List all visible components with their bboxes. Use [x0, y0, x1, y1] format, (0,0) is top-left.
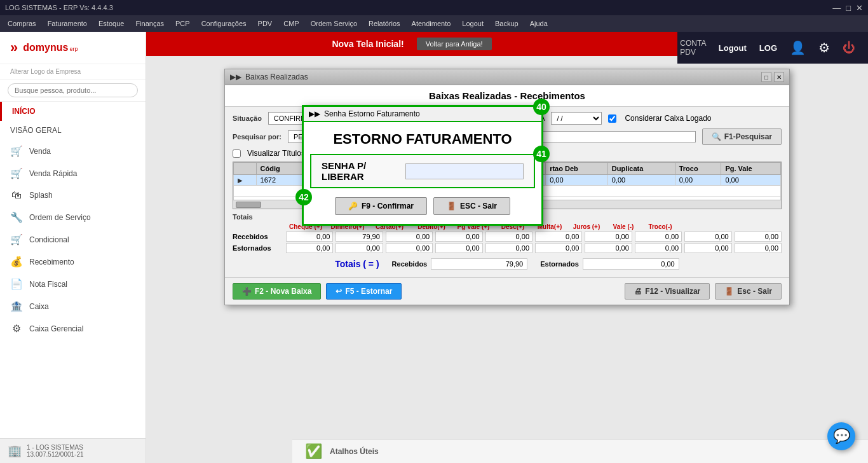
condicional-label: Condicional	[29, 235, 69, 244]
estornar-btn[interactable]: ↩ F5 - Estornar	[326, 283, 402, 300]
menu-cmp[interactable]: CMP	[278, 18, 304, 29]
password-input[interactable]	[405, 163, 524, 179]
estornados-sum-item: Estornados	[540, 258, 679, 270]
th-troco: Troco	[675, 163, 721, 175]
caixa-icon: 🏦	[10, 300, 23, 312]
search-icon: 🔍	[712, 132, 721, 141]
sidebar-footer: 🏢 1 - LOG SISTEMAS 13.007.512/0001-21	[0, 438, 146, 463]
window-main-title: Baixas Realizadas - Recebimentos	[429, 90, 585, 101]
menu-pcp[interactable]: PCP	[170, 18, 195, 29]
venda-icon: 🛒	[10, 145, 23, 157]
sidebar-company[interactable]: Alterar Logo da Empresa	[0, 64, 146, 79]
menu-backup[interactable]: Backup	[490, 18, 524, 29]
menu-faturamento[interactable]: Faturamento	[43, 18, 92, 29]
sidebar-item-visao-geral[interactable]: VISÃO GERAL	[0, 121, 146, 140]
window-title-text: ▶▶ Baixas Realizadas	[230, 73, 308, 81]
step-badge-40: 40	[533, 99, 550, 115]
footer-company-name: 1 - LOG SISTEMAS	[27, 444, 84, 451]
rec-pg-vale	[485, 232, 532, 242]
sidebar-logo: » domynus erp	[0, 32, 146, 64]
venda-rapida-icon: 🛒	[10, 167, 23, 179]
window-header: Baixas Realizadas - Recebimentos	[225, 85, 789, 107]
f1-pesquisar-btn[interactable]: 🔍 F1-Pesquisar	[702, 128, 782, 145]
scrollbar-thumb[interactable]	[236, 202, 261, 208]
menu-ordem-servico[interactable]: Ordem Serviço	[306, 18, 362, 29]
user-icon: 👤	[790, 40, 806, 55]
td-troco: 0,00	[675, 175, 721, 186]
logout-link[interactable]: Logout	[719, 43, 747, 53]
menu-relatorios[interactable]: Relatórios	[363, 18, 405, 29]
menu-logout[interactable]: Logout	[457, 18, 489, 29]
app-title: LOG SISTEMAS - ERP Vs: 4.4.4.3	[5, 4, 113, 11]
recebidos-row: Recebidos	[233, 232, 782, 242]
user-label: LOG	[759, 43, 777, 53]
password-section: 41 SENHA P/ LIBERAR	[304, 154, 541, 188]
key-icon: 🔑	[348, 202, 358, 211]
top-banner: Nova Tela Inicial! Voltar para Antiga!	[146, 32, 677, 56]
window-control-buttons: □ ✕	[761, 72, 784, 82]
sidebar-item-inicio[interactable]: INÍCIO	[0, 102, 146, 121]
minimize-btn[interactable]: —	[832, 3, 841, 13]
confirm-btn[interactable]: 🔑 F9 - Confirmar	[335, 197, 427, 215]
rec-cartao	[386, 232, 433, 242]
content-area: Nova Tela Inicial! Voltar para Antiga! C…	[146, 32, 868, 463]
th-pg-vale: Pg. Vale	[721, 163, 781, 175]
power-icon[interactable]: ⏻	[843, 41, 855, 55]
cancel-btn[interactable]: 🚪 ESC - Sair	[433, 197, 510, 215]
menu-ajuda[interactable]: Ajuda	[525, 18, 553, 29]
banner-back-btn[interactable]: Voltar para Antiga!	[417, 38, 492, 50]
condicional-icon: 🛒	[10, 233, 23, 245]
menu-atendimento[interactable]: Atendimento	[407, 18, 456, 29]
close-btn[interactable]: ✕	[856, 3, 863, 13]
considerar-caixa-label: Considerar Caixa Logado	[625, 114, 711, 123]
atalhos-text: Atalhos Úteis	[330, 447, 379, 456]
logo-text: domynus	[23, 42, 68, 53]
splash-label: Splash	[29, 191, 53, 200]
sidebar-item-condicional[interactable]: 🛒 Condicional	[0, 228, 146, 251]
rec-multa	[585, 232, 632, 242]
venda-rapida-label: Venda Rápida	[29, 169, 77, 178]
menu-pdv[interactable]: PDV	[253, 18, 278, 29]
window-close-btn[interactable]: ✕	[774, 72, 784, 82]
rec-debito	[435, 232, 482, 242]
esc-sair-btn[interactable]: 🚪 Esc - Sair	[715, 283, 782, 300]
sidebar-item-caixa[interactable]: 🏦 Caixa	[0, 295, 146, 317]
sidebar-item-venda-rapida[interactable]: 🛒 Venda Rápida	[0, 162, 146, 184]
recebidos-sum-item: Recebidos	[392, 258, 528, 270]
atalhos-bar: ✅ Atalhos Úteis	[292, 439, 868, 463]
maximize-btn[interactable]: □	[846, 3, 851, 13]
pesquisar-por-label: Pesquisar por:	[233, 133, 281, 141]
sidebar-item-splash[interactable]: 🛍 Splash	[0, 184, 146, 206]
estorno-header-bar: ▶▶ Senha Estorno Faturamento	[304, 107, 541, 122]
nova-baixa-btn[interactable]: ➕ F2 - Nova Baixa	[233, 283, 321, 300]
rec-vale	[684, 232, 731, 242]
visualizar-titulos-checkbox[interactable]	[233, 149, 241, 158]
sidebar-item-ordem-servico[interactable]: 🔧 Ordem de Serviço	[0, 206, 146, 228]
building-icon: 🏢	[8, 444, 22, 458]
date-to-select[interactable]: / /	[551, 112, 602, 125]
search-input[interactable]	[8, 83, 138, 97]
rec-troco	[735, 232, 782, 242]
menu-compras[interactable]: Compras	[3, 18, 41, 29]
main-layout: » domynus erp Alterar Logo da Empresa IN…	[0, 32, 868, 463]
sidebar-item-caixa-gerencial[interactable]: ⚙ Caixa Gerencial	[0, 317, 146, 340]
td-cartao-deb: 0,00	[546, 175, 608, 186]
estorno-buttons-section: 42 🔑 F9 - Confirmar 🚪 ESC - Sair	[304, 197, 541, 224]
sidebar-item-venda[interactable]: 🛒 Venda	[0, 140, 146, 162]
sidebar-item-recebimento[interactable]: 💰 Recebimento	[0, 251, 146, 273]
settings-icon[interactable]: ⚙	[818, 40, 830, 55]
chat-button[interactable]: 💬	[827, 422, 855, 450]
td-pg-vale: 0,00	[721, 175, 781, 186]
considerar-caixa-checkbox[interactable]	[608, 114, 616, 123]
est-pg-vale	[485, 243, 532, 253]
window-title: Baixas Realizadas	[245, 73, 308, 81]
menu-estoque[interactable]: Estoque	[93, 18, 129, 29]
menu-configuracoes[interactable]: Configurações	[196, 18, 252, 29]
title-bar: LOG SISTEMAS - ERP Vs: 4.4.4.3 — □ ✕	[0, 0, 868, 15]
est-multa	[585, 243, 632, 253]
password-label: SENHA P/ LIBERAR	[322, 160, 400, 182]
menu-financas[interactable]: Finanças	[130, 18, 169, 29]
window-maximize-btn[interactable]: □	[761, 72, 771, 82]
visualizar-btn[interactable]: 🖨 F12 - Visualizar	[625, 283, 710, 300]
sidebar-item-nota-fiscal[interactable]: 📄 Nota Fiscal	[0, 273, 146, 295]
